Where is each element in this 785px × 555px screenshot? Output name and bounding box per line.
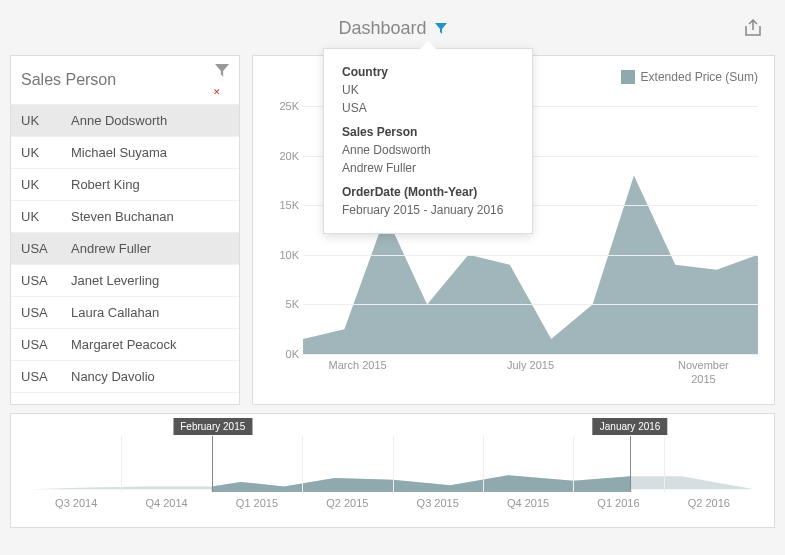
tooltip-country-v2: USA: [342, 99, 514, 117]
grid-header-label: Sales Person: [21, 71, 116, 89]
cell-name: Andrew Fuller: [71, 241, 229, 256]
cell-name: Robert King: [71, 177, 229, 192]
cell-country: USA: [21, 241, 71, 256]
table-row[interactable]: UKMichael Suyama: [11, 137, 239, 169]
filter-icon[interactable]: [435, 23, 447, 35]
sales-person-grid: Sales Person ✕ UKAnne DodsworthUKMichael…: [10, 55, 240, 405]
dashboard-header: Dashboard: [10, 10, 775, 47]
cell-name: Margaret Peacock: [71, 337, 229, 352]
main-chart: Extended Price (Sum) Country UK USA Sale…: [252, 55, 775, 405]
cell-country: UK: [21, 113, 71, 128]
table-row[interactable]: USAJanet Leverling: [11, 265, 239, 297]
range-tick: Q3 2015: [417, 497, 459, 509]
range-selector[interactable]: February 2015 January 2016 Q3 2014Q4 201…: [10, 413, 775, 528]
cell-country: USA: [21, 273, 71, 288]
cell-name: Anne Dodsworth: [71, 113, 229, 128]
cell-country: USA: [21, 337, 71, 352]
export-icon[interactable]: [743, 18, 765, 40]
cell-country: UK: [21, 209, 71, 224]
cell-country: UK: [21, 177, 71, 192]
tooltip-od-v: February 2015 - January 2016: [342, 201, 514, 219]
x-tick: March 2015: [329, 358, 387, 372]
y-tick: 20K: [279, 150, 299, 162]
page-title: Dashboard: [338, 18, 426, 39]
tooltip-country-v1: UK: [342, 81, 514, 99]
range-tick: Q1 2016: [597, 497, 639, 509]
x-axis: March 2015July 2015November2015: [303, 358, 758, 394]
grid-header: Sales Person ✕: [11, 56, 239, 105]
x-tick: November2015: [678, 358, 729, 387]
range-handle-left[interactable]: February 2015: [173, 418, 252, 435]
legend-swatch: [621, 70, 635, 84]
cell-name: Janet Leverling: [71, 273, 229, 288]
cell-name: Michael Suyama: [71, 145, 229, 160]
cell-name: Nancy Davolio: [71, 369, 229, 384]
table-row[interactable]: USANancy Davolio: [11, 361, 239, 393]
cell-name: Steven Buchanan: [71, 209, 229, 224]
cell-country: USA: [21, 369, 71, 384]
filter-tooltip: Country UK USA Sales Person Anne Dodswor…: [323, 48, 533, 234]
tooltip-sp-v2: Andrew Fuller: [342, 159, 514, 177]
cell-name: Laura Callahan: [71, 305, 229, 320]
chart-legend: Extended Price (Sum): [621, 70, 758, 84]
legend-label: Extended Price (Sum): [641, 70, 758, 84]
table-row[interactable]: UKRobert King: [11, 169, 239, 201]
cell-country: USA: [21, 305, 71, 320]
range-tick: Q2 2016: [688, 497, 730, 509]
table-row[interactable]: USAAndrew Fuller: [11, 233, 239, 265]
y-tick: 25K: [279, 100, 299, 112]
range-x-axis: Q3 2014Q4 2014Q1 2015Q2 2015Q3 2015Q4 20…: [31, 497, 754, 517]
tooltip-country-key: Country: [342, 63, 514, 81]
y-axis: 0K5K10K15K20K25K: [263, 106, 299, 354]
table-row[interactable]: USALaura Callahan: [11, 297, 239, 329]
tooltip-od-key: OrderDate (Month-Year): [342, 183, 514, 201]
y-tick: 15K: [279, 199, 299, 211]
y-tick: 5K: [286, 298, 299, 310]
range-tick: Q4 2014: [145, 497, 187, 509]
range-handle-right[interactable]: January 2016: [593, 418, 668, 435]
table-row[interactable]: USAMargaret Peacock: [11, 329, 239, 361]
tooltip-sp-v1: Anne Dodsworth: [342, 141, 514, 159]
range-tick: Q2 2015: [326, 497, 368, 509]
cell-country: UK: [21, 145, 71, 160]
range-selection[interactable]: February 2015 January 2016: [212, 436, 631, 492]
clear-filter-icon[interactable]: ✕: [215, 64, 229, 96]
range-tick: Q3 2014: [55, 497, 97, 509]
y-tick: 0K: [286, 348, 299, 360]
range-chart: February 2015 January 2016: [31, 436, 754, 492]
tooltip-sp-key: Sales Person: [342, 123, 514, 141]
table-row[interactable]: UKAnne Dodsworth: [11, 105, 239, 137]
y-tick: 10K: [279, 249, 299, 261]
x-tick: July 2015: [507, 358, 554, 372]
table-row[interactable]: UKSteven Buchanan: [11, 201, 239, 233]
range-tick: Q4 2015: [507, 497, 549, 509]
range-tick: Q1 2015: [236, 497, 278, 509]
